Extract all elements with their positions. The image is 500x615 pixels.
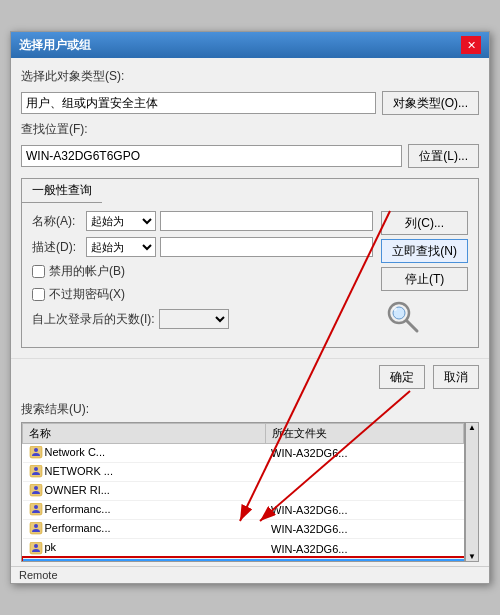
svg-point-15 [34, 544, 38, 548]
results-table[interactable]: 名称 所在文件夹 Network C...WIN-A32DG6...NETWOR… [21, 422, 465, 562]
disabled-accounts-checkbox[interactable] [32, 265, 45, 278]
location-row-label: 查找位置(F): [21, 121, 479, 138]
name-field-row: 名称(A): 起始为 [32, 211, 373, 231]
section-content: 名称(A): 起始为 描述(D): 起始为 [22, 203, 478, 347]
svg-point-3 [393, 307, 397, 311]
desc-input[interactable] [160, 237, 373, 257]
name-label: 名称(A): [32, 213, 82, 230]
location-input-row: 位置(L)... [21, 144, 479, 168]
table-row[interactable]: pkWIN-A32DG6... [23, 539, 464, 558]
col-header-folder: 所在文件夹 [265, 424, 463, 444]
svg-point-9 [34, 486, 38, 490]
cell-folder: WIN-A32DG6... [265, 539, 463, 558]
user-icon [29, 484, 45, 496]
user-icon [29, 446, 45, 458]
svg-point-13 [34, 524, 38, 528]
results-data-table: 名称 所在文件夹 Network C...WIN-A32DG6...NETWOR… [22, 423, 464, 562]
desc-field-row: 描述(D): 起始为 [32, 237, 373, 257]
bottom-buttons: 确定 取消 [11, 358, 489, 395]
svg-point-7 [34, 467, 38, 471]
table-row[interactable]: OWNER RI... [23, 482, 464, 501]
svg-rect-16 [30, 561, 42, 562]
action-buttons: 列(C)... 立即查找(N) 停止(T) [381, 211, 468, 291]
table-row[interactable]: NETWORK ... [23, 463, 464, 482]
col-header-name: 名称 [23, 424, 266, 444]
svg-line-2 [407, 321, 417, 331]
results-header-row: 名称 所在文件夹 [23, 424, 464, 444]
no-expire-checkbox[interactable] [32, 288, 45, 301]
dialog-body: 选择此对象类型(S): 对象类型(O)... 查找位置(F): 位置(L)...… [11, 58, 489, 358]
object-types-input[interactable] [21, 92, 376, 114]
section-left: 名称(A): 起始为 描述(D): 起始为 [32, 211, 373, 339]
table-row[interactable]: Performanc...WIN-A32DG6... [23, 501, 464, 520]
cell-name: Performanc... [23, 501, 266, 520]
cell-folder: WIN-A32DG6... [265, 558, 463, 562]
cell-name: pkaust8 [23, 558, 266, 562]
scrollbar[interactable]: ▲ ▼ [465, 422, 479, 562]
section-right: 列(C)... 立即查找(N) 停止(T) [381, 211, 468, 339]
status-text: Remote [19, 569, 58, 581]
object-types-button[interactable]: 对象类型(O)... [382, 91, 479, 115]
svg-point-11 [34, 505, 38, 509]
location-button[interactable]: 位置(L)... [408, 144, 479, 168]
cell-folder: WIN-A32DG6... [265, 520, 463, 539]
results-section: 搜索结果(U): 名称 所在文件夹 Network C...WIN-A32DG6… [11, 395, 489, 566]
user-icon [29, 503, 45, 515]
cell-name: NETWORK ... [23, 463, 266, 482]
location-label: 查找位置(F): [21, 121, 101, 138]
stop-button[interactable]: 停止(T) [381, 267, 468, 291]
cell-name: Network C... [23, 444, 266, 463]
table-row[interactable]: Performanc...WIN-A32DG6... [23, 520, 464, 539]
table-row[interactable]: Network C...WIN-A32DG6... [23, 444, 464, 463]
days-label: 自上次登录后的天数(I): [32, 311, 155, 328]
no-expire-row: 不过期密码(X) [32, 286, 373, 303]
cell-folder [265, 482, 463, 501]
results-label: 搜索结果(U): [21, 401, 479, 418]
results-tbody: Network C...WIN-A32DG6...NETWORK ...OWNE… [23, 444, 464, 563]
scroll-down-icon[interactable]: ▼ [468, 552, 476, 561]
dialog-title: 选择用户或组 [19, 37, 91, 54]
scroll-up-icon[interactable]: ▲ [468, 423, 476, 432]
select-user-group-dialog: 选择用户或组 ✕ 选择此对象类型(S): 对象类型(O)... 查找位置(F):… [10, 31, 490, 584]
table-row[interactable]: pkaust8WIN-A32DG6... [23, 558, 464, 562]
location-input[interactable] [21, 145, 402, 167]
name-select[interactable]: 起始为 [86, 211, 156, 231]
user-icon [29, 561, 45, 562]
cell-folder: WIN-A32DG6... [265, 444, 463, 463]
general-query-section: 一般性查询 名称(A): 起始为 描述(D): [21, 178, 479, 348]
svg-point-5 [34, 448, 38, 452]
days-row: 自上次登录后的天数(I): [32, 309, 373, 329]
disabled-accounts-label: 禁用的帐户(B) [49, 263, 125, 280]
user-icon [29, 465, 45, 477]
name-input[interactable] [160, 211, 373, 231]
cell-name: pk [23, 539, 266, 558]
disabled-accounts-row: 禁用的帐户(B) [32, 263, 373, 280]
cell-name: Performanc... [23, 520, 266, 539]
status-bar: Remote [11, 566, 489, 583]
list-columns-button[interactable]: 列(C)... [381, 211, 468, 235]
days-select[interactable] [159, 309, 229, 329]
search-now-button[interactable]: 立即查找(N) [381, 239, 468, 263]
close-button[interactable]: ✕ [461, 36, 481, 54]
object-types-row: 选择此对象类型(S): [21, 68, 479, 85]
cancel-button[interactable]: 取消 [433, 365, 479, 389]
results-table-wrapper: 名称 所在文件夹 Network C...WIN-A32DG6...NETWOR… [21, 422, 479, 562]
desc-select[interactable]: 起始为 [86, 237, 156, 257]
user-icon [29, 522, 45, 534]
ok-button[interactable]: 确定 [379, 365, 425, 389]
magnifier-icon [385, 299, 421, 335]
object-types-input-row: 对象类型(O)... [21, 91, 479, 115]
user-icon [29, 541, 45, 553]
desc-label: 描述(D): [32, 239, 82, 256]
cell-folder: WIN-A32DG6... [265, 501, 463, 520]
general-query-tab[interactable]: 一般性查询 [22, 179, 102, 203]
cell-folder [265, 463, 463, 482]
object-types-label: 选择此对象类型(S): [21, 68, 124, 85]
search-icon-area [381, 295, 425, 339]
title-bar: 选择用户或组 ✕ [11, 32, 489, 58]
no-expire-label: 不过期密码(X) [49, 286, 125, 303]
cell-name: OWNER RI... [23, 482, 266, 501]
